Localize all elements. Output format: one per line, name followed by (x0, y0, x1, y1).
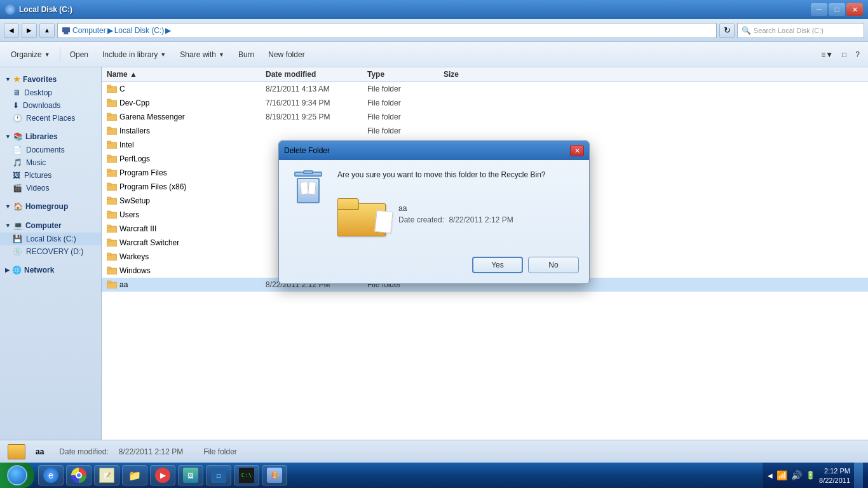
dialog-icon-area (289, 170, 327, 203)
dialog-date-value: 8/22/2011 2:12 PM (449, 215, 513, 224)
dialog-overlay: Delete Folder ✕ Are you sure you w (0, 0, 868, 488)
delete-folder-dialog: Delete Folder ✕ Are you sure you w (278, 140, 590, 284)
dialog-folder-name: aa (398, 204, 513, 213)
dialog-close-button[interactable]: ✕ (570, 145, 584, 156)
dialog-title-text: Delete Folder (284, 146, 330, 155)
dialog-body: Are you sure you want to move this folde… (279, 160, 589, 252)
dialog-content: Are you sure you want to move this folde… (337, 170, 579, 241)
recycle-bin-icon (292, 170, 325, 203)
dialog-folder-details: aa Date created: 8/22/2011 2:12 PM (398, 204, 513, 224)
no-button[interactable]: No (528, 257, 579, 273)
dialog-folder-icon (337, 192, 388, 236)
dialog-folder-preview: aa Date created: 8/22/2011 2:12 PM (337, 187, 579, 241)
dialog-folder-date-row: Date created: 8/22/2011 2:12 PM (398, 215, 513, 224)
yes-button[interactable]: Yes (472, 257, 523, 273)
dialog-message: Are you sure you want to move this folde… (337, 170, 579, 179)
dialog-buttons: Yes No (279, 252, 589, 283)
dialog-date-label: Date created: (398, 215, 444, 224)
dialog-title-bar: Delete Folder ✕ (279, 141, 589, 160)
